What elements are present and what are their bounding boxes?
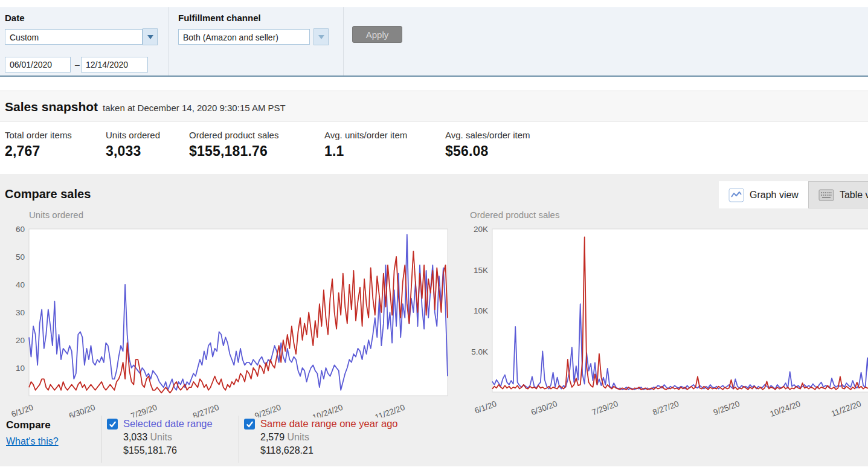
fulfillment-dropdown-button[interactable] bbox=[313, 28, 329, 45]
year-ago-checkbox[interactable] bbox=[244, 419, 255, 430]
check-icon bbox=[108, 420, 117, 428]
table-view-button[interactable]: Table view bbox=[808, 181, 868, 208]
units-ordered-chart-title: Units ordered bbox=[29, 210, 83, 220]
svg-text:10/24/20: 10/24/20 bbox=[311, 403, 344, 417]
stat-value: $56.08 bbox=[445, 143, 530, 159]
ordered-product-sales-chart-title: Ordered product sales bbox=[470, 210, 559, 220]
legend-units-word: Units bbox=[150, 432, 172, 442]
svg-text:8/27/20: 8/27/20 bbox=[191, 403, 220, 417]
units-ordered-chart-canvas[interactable]: 6050403020106/1/206/30/207/29/208/27/209… bbox=[5, 207, 457, 417]
svg-text:5.0K: 5.0K bbox=[471, 347, 488, 356]
ordered-product-sales-chart: Ordered product sales 20K15K10K5.0K6/1/2… bbox=[465, 207, 868, 417]
svg-text:50: 50 bbox=[16, 253, 25, 262]
stat-label: Units ordered bbox=[106, 130, 160, 140]
view-toggle: Graph view Table view bbox=[719, 181, 868, 208]
legend-sales: $155,181.76 bbox=[123, 445, 213, 456]
date-to-input[interactable] bbox=[81, 57, 148, 72]
svg-text:7/29/20: 7/29/20 bbox=[130, 403, 158, 417]
date-preset-select[interactable]: Custom bbox=[5, 29, 143, 45]
legend-label: Same date range one year ago bbox=[260, 418, 398, 430]
legend-label: Selected date range bbox=[123, 418, 213, 430]
legend-units: 2,579 Units bbox=[260, 432, 398, 443]
business-reports-page: { "filters": { "date": { "label": "Date"… bbox=[0, 0, 868, 473]
whats-this-link[interactable]: What's this? bbox=[6, 436, 59, 447]
stat-value: 3,033 bbox=[106, 143, 160, 159]
snapshot-stats-row: Total order items 2,767 Units ordered 3,… bbox=[0, 122, 868, 174]
compare-sales-title: Compare sales bbox=[5, 187, 91, 201]
svg-text:7/29/20: 7/29/20 bbox=[591, 399, 619, 417]
stat-label: Avg. sales/order item bbox=[445, 130, 530, 140]
filter-divider bbox=[168, 7, 169, 76]
svg-text:6/1/20: 6/1/20 bbox=[10, 403, 34, 417]
legend-units-word: Units bbox=[288, 432, 309, 442]
svg-text:9/25/20: 9/25/20 bbox=[712, 399, 741, 417]
stat-value: 2,767 bbox=[5, 143, 72, 159]
svg-text:20: 20 bbox=[16, 336, 25, 345]
svg-text:10/24/20: 10/24/20 bbox=[769, 399, 802, 417]
stat-label: Avg. units/order item bbox=[324, 130, 407, 140]
legend-item-year-ago: Same date range one year ago 2,579 Units… bbox=[244, 418, 398, 456]
stat-value: 1.1 bbox=[324, 143, 407, 159]
svg-text:30: 30 bbox=[16, 308, 25, 317]
legend-divider bbox=[101, 416, 102, 463]
stat-avg-sales-per-order: Avg. sales/order item $56.08 bbox=[445, 130, 530, 159]
svg-text:6/30/20: 6/30/20 bbox=[68, 403, 96, 417]
graph-view-label: Graph view bbox=[750, 190, 799, 201]
svg-text:11/22/20: 11/22/20 bbox=[374, 403, 407, 417]
table-view-label: Table view bbox=[840, 190, 868, 201]
legend-item-selected-range: Selected date range 3,033 Units $155,181… bbox=[107, 418, 213, 456]
chevron-down-icon bbox=[318, 35, 324, 39]
filter-divider bbox=[343, 7, 344, 76]
apply-button[interactable]: Apply bbox=[352, 26, 402, 43]
stat-label: Ordered product sales bbox=[189, 130, 278, 140]
stat-ordered-product-sales: Ordered product sales $155,181.76 bbox=[189, 130, 278, 159]
compare-legend-title: Compare bbox=[6, 419, 51, 431]
svg-text:10: 10 bbox=[16, 364, 25, 373]
check-icon bbox=[245, 420, 254, 428]
date-preset-dropdown-button[interactable] bbox=[143, 28, 158, 45]
legend-sales: $118,628.21 bbox=[260, 445, 398, 456]
stat-total-order-items: Total order items 2,767 bbox=[5, 130, 72, 159]
line-chart-icon bbox=[728, 188, 744, 202]
stat-avg-units-per-order: Avg. units/order item 1.1 bbox=[324, 130, 407, 159]
stat-units-ordered: Units ordered 3,033 bbox=[106, 130, 160, 159]
units-ordered-chart: Units ordered 6050403020106/1/206/30/207… bbox=[5, 207, 457, 420]
svg-text:9/25/20: 9/25/20 bbox=[254, 403, 282, 417]
date-from-input[interactable] bbox=[5, 57, 71, 72]
svg-text:11/22/20: 11/22/20 bbox=[830, 399, 863, 417]
legend-units: 3,033 Units bbox=[123, 432, 213, 443]
svg-text:10K: 10K bbox=[474, 306, 488, 315]
svg-text:40: 40 bbox=[16, 280, 25, 289]
legend-divider bbox=[239, 416, 239, 463]
svg-text:6/30/20: 6/30/20 bbox=[530, 399, 558, 417]
filter-panel: Date Custom – Fulfillment channel Both (… bbox=[0, 7, 868, 77]
fulfillment-select[interactable]: Both (Amazon and seller) bbox=[178, 29, 310, 45]
selected-range-checkbox[interactable] bbox=[107, 419, 118, 430]
compare-sales-section: Compare sales Graph view Table view Unit… bbox=[0, 174, 868, 466]
ordered-product-sales-chart-canvas[interactable]: 20K15K10K5.0K6/1/206/30/207/29/208/27/20… bbox=[465, 207, 868, 417]
chevron-down-icon bbox=[147, 35, 153, 39]
table-icon bbox=[818, 188, 834, 202]
fulfillment-filter-label: Fulfillment channel bbox=[178, 13, 261, 23]
sales-snapshot-header: Sales snapshot taken at December 14, 202… bbox=[0, 91, 868, 122]
sales-snapshot-title: Sales snapshot bbox=[5, 100, 98, 114]
stat-label: Total order items bbox=[5, 130, 72, 140]
svg-text:60: 60 bbox=[16, 225, 25, 234]
legend-units-value: 3,033 bbox=[123, 432, 147, 442]
date-range-dash: – bbox=[75, 60, 80, 69]
date-filter-label: Date bbox=[5, 13, 25, 23]
svg-text:6/1/20: 6/1/20 bbox=[474, 399, 498, 416]
sales-snapshot-timestamp: taken at December 14, 2020 9:30:15 AM PS… bbox=[103, 103, 286, 113]
svg-text:20K: 20K bbox=[474, 225, 488, 234]
legend-units-value: 2,579 bbox=[260, 432, 285, 442]
graph-view-button[interactable]: Graph view bbox=[719, 181, 808, 208]
svg-text:15K: 15K bbox=[474, 266, 488, 275]
stat-value: $155,181.76 bbox=[189, 143, 278, 159]
svg-text:8/27/20: 8/27/20 bbox=[651, 399, 680, 417]
